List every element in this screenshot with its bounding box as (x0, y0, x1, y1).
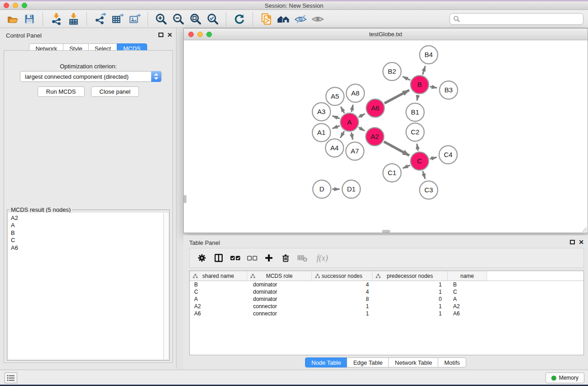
table-row[interactable]: Bdominator41B (190, 281, 583, 288)
column-header-successor-nodes[interactable]: successor nodes (312, 271, 373, 281)
table-cell[interactable]: A (190, 295, 247, 303)
graph-edge-A-A2[interactable] (359, 127, 364, 131)
delete-column-button[interactable] (279, 251, 292, 265)
table-cell[interactable]: C (448, 288, 487, 295)
network-canvas[interactable]: B4B2BB3A5A8A6B1A3AC2A1A2A4A7C4CC1DD1C3 (184, 40, 588, 233)
graph-edge-A-A7[interactable] (351, 133, 353, 140)
tab-network-table[interactable]: Network Table (388, 357, 438, 367)
table-cell[interactable]: 1 (373, 303, 448, 310)
column-header-predecessor-nodes[interactable]: predecessor nodes (373, 271, 448, 281)
table-row[interactable]: A2connector11A2 (190, 303, 583, 310)
save-session-button[interactable] (21, 11, 38, 27)
table-cell[interactable]: 1 (373, 288, 448, 295)
import-network-button[interactable] (48, 11, 65, 27)
graph-edge-A-A8[interactable] (352, 105, 353, 112)
column-header-mcds-role[interactable]: MCDS role (247, 271, 312, 281)
search-input[interactable] (449, 13, 583, 25)
table-cell[interactable]: A6 (190, 310, 247, 317)
column-layout-button[interactable] (212, 251, 225, 265)
graph-edge-A-A4[interactable] (340, 131, 344, 138)
zoom-out-button[interactable] (170, 11, 187, 27)
table-cell[interactable]: dominator (247, 288, 312, 295)
graph-edge-A2-C[interactable] (384, 142, 409, 156)
vertical-scroll-thumb[interactable] (184, 195, 186, 203)
memory-button[interactable]: Memory (545, 372, 584, 383)
column-header-name[interactable]: name (448, 271, 487, 281)
table-cell[interactable]: A6 (448, 310, 487, 317)
table-cell[interactable]: connector (247, 303, 312, 310)
delete-table-button[interactable] (296, 251, 309, 265)
graph-edge-C-C2[interactable] (417, 144, 418, 151)
table-cell[interactable]: 4 (312, 281, 373, 288)
mcds-result-item[interactable]: B (8, 229, 163, 237)
graph-edge-B-B2[interactable] (402, 76, 410, 80)
table-cell[interactable]: dominator (247, 295, 312, 303)
table-cell[interactable]: A2 (448, 303, 487, 310)
table-row[interactable]: Cdominator41C (190, 288, 583, 295)
table-cell[interactable]: dominator (247, 281, 312, 288)
deselect-all-button[interactable] (245, 251, 259, 265)
open-session-button[interactable] (4, 11, 21, 27)
column-header-shared-name[interactable]: shared name (190, 271, 247, 281)
task-history-button[interactable] (5, 372, 17, 383)
table-cell[interactable]: connector (247, 310, 312, 317)
zoom-selected-button[interactable] (204, 11, 221, 27)
table-cell[interactable]: 0 (373, 295, 448, 303)
select-all-button[interactable] (229, 251, 242, 265)
table-row[interactable]: Adominator80A (190, 295, 583, 303)
close-table-panel-icon[interactable]: ✕ (578, 238, 584, 246)
table-cell[interactable]: A (448, 295, 487, 303)
resize-grip-icon[interactable] (582, 227, 587, 232)
export-network-button[interactable] (91, 11, 109, 27)
tab-edge-table[interactable]: Edge Table (347, 357, 389, 367)
copy-view-button[interactable] (258, 11, 275, 27)
table-cell[interactable]: 1 (373, 281, 448, 288)
table-cell[interactable]: B (190, 281, 247, 288)
function-builder-button[interactable]: f(x) (312, 251, 332, 265)
table-cell[interactable]: 8 (312, 295, 373, 303)
mcds-result-item[interactable]: A (8, 222, 163, 229)
criterion-select[interactable]: largest connected component (directed) (20, 71, 162, 82)
graph-edge-B-B4[interactable] (423, 66, 425, 75)
horizontal-scroll-thumb[interactable] (382, 230, 390, 233)
table-cell[interactable]: 1 (312, 303, 373, 310)
float-panel-icon[interactable] (158, 33, 163, 37)
export-table-button[interactable] (109, 11, 126, 27)
mcds-result-item[interactable]: C (8, 237, 163, 244)
mcds-result-item[interactable]: A2 (8, 214, 163, 222)
graph-edge-A-A1[interactable] (332, 126, 339, 129)
table-cell[interactable]: C (190, 288, 247, 295)
table-cell[interactable]: 4 (312, 288, 373, 295)
table-settings-button[interactable] (195, 251, 209, 265)
graph-edge-A-A3[interactable] (332, 116, 339, 119)
home-view-button[interactable] (275, 11, 292, 27)
table-cell[interactable]: B (448, 281, 487, 288)
add-column-button[interactable] (262, 251, 276, 265)
result-scrollbar[interactable] (163, 213, 168, 359)
zoom-fit-button[interactable] (187, 11, 204, 27)
tab-motifs[interactable]: Motifs (438, 357, 466, 367)
graph-edge-C-C1[interactable] (403, 165, 410, 168)
mcds-result-item[interactable]: A6 (8, 244, 163, 252)
graph-edge-A-A6[interactable] (359, 114, 365, 117)
table-cell[interactable]: 1 (373, 310, 448, 317)
float-table-panel-icon[interactable] (570, 240, 575, 244)
graph-edge-B-B3[interactable] (430, 86, 437, 88)
hide-graphics-button[interactable] (292, 11, 309, 27)
graph-edge-A6-B[interactable] (384, 90, 409, 103)
run-mcds-button[interactable]: Run MCDS (38, 86, 85, 97)
table-cell[interactable]: 1 (312, 310, 373, 317)
graph-edge-B-B1[interactable] (417, 95, 418, 101)
tab-node-table[interactable]: Node Table (305, 357, 348, 367)
table-cell[interactable]: A2 (190, 303, 247, 310)
graph-edge-A-A5[interactable] (341, 107, 344, 113)
show-graphics-button[interactable] (309, 11, 326, 27)
import-table-button[interactable] (65, 11, 82, 27)
graph-edge-C-C4[interactable] (430, 157, 436, 159)
node-table[interactable]: shared nameMCDS rolesuccessor nodesprede… (189, 271, 584, 355)
table-row[interactable]: A6connector11A6 (190, 310, 583, 317)
zoom-in-button[interactable] (153, 11, 170, 27)
refresh-button[interactable] (231, 11, 248, 27)
graph-edge-C-C3[interactable] (423, 171, 425, 179)
close-panel-icon[interactable]: ✕ (167, 31, 172, 38)
